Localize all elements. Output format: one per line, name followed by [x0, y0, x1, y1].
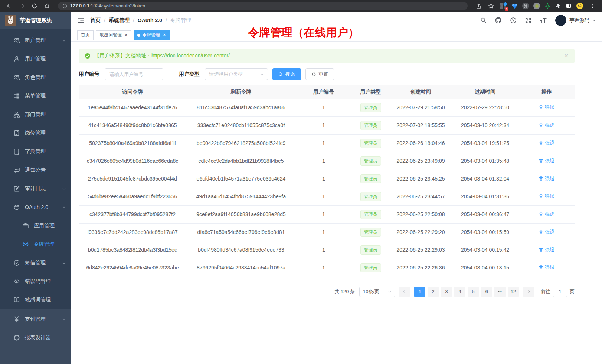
- fullscreen-icon[interactable]: [525, 17, 531, 24]
- doc-link[interactable]: https://doc.iocoder.cn/user-center/: [151, 53, 230, 59]
- refresh-token-cell: 811c530487574fa0af1a59d3abc1aa66: [186, 99, 296, 116]
- sidebar-item-label: 应用管理: [34, 222, 66, 229]
- extensions-puzzle-icon[interactable]: [555, 3, 561, 9]
- tab-close-icon[interactable]: ✕: [163, 33, 166, 37]
- tab-令牌管理[interactable]: 令牌管理✕: [134, 30, 170, 40]
- force-logout-button[interactable]: 强退: [539, 246, 554, 253]
- refresh-token-cell: 333ecfc71e02480cb11055c875c3ca0f: [186, 116, 296, 134]
- search-icon[interactable]: [480, 17, 487, 23]
- site-info-icon[interactable]: [62, 4, 67, 9]
- force-logout-button[interactable]: 强退: [539, 158, 554, 164]
- help-icon[interactable]: [510, 17, 517, 24]
- user-type-badge: 管理员: [360, 228, 381, 237]
- sidebar-item-支付管理[interactable]: 支付管理: [0, 310, 71, 328]
- page-button-4[interactable]: 4: [454, 287, 465, 297]
- user-type-cell: 管理员: [351, 188, 390, 205]
- app-window: 芋道管理系统 租户管理用户管理角色管理菜单管理部门管理岗位管理字典管理通知公告审…: [0, 12, 602, 364]
- split-view-icon[interactable]: [566, 3, 572, 9]
- sidebar-item-通知公告[interactable]: 通知公告: [0, 161, 71, 179]
- post-badge-icon: [13, 130, 20, 136]
- reset-button[interactable]: 重置: [305, 68, 334, 80]
- tab-敏感词管理[interactable]: 敏感词管理✕: [96, 30, 131, 40]
- page-ellipsis[interactable]: •••: [494, 287, 506, 297]
- sidebar-item-敏感词管理[interactable]: 敏感词管理: [0, 291, 71, 309]
- sidebar-item-字典管理[interactable]: 字典管理: [0, 142, 71, 161]
- logo-bar[interactable]: 芋道管理系统: [0, 12, 71, 29]
- table-row: 41c41346a548490f9dc8b01c6bfe0865333ecfc7…: [79, 116, 575, 134]
- force-logout-button[interactable]: 强退: [539, 229, 554, 235]
- extension-green-star-icon[interactable]: [544, 3, 551, 9]
- tab-close-icon[interactable]: ✕: [124, 33, 128, 37]
- browser-menu-kebab-icon[interactable]: [588, 1, 598, 11]
- github-icon[interactable]: [495, 17, 502, 24]
- prev-page-button[interactable]: [399, 287, 410, 297]
- force-logout-button[interactable]: 强退: [539, 175, 554, 182]
- user-icon: [13, 56, 20, 62]
- sidebar-item-角色管理[interactable]: 角色管理: [0, 68, 71, 87]
- address-bar[interactable]: 127.0.0.1:1024/system/oauth2/token: [58, 2, 468, 10]
- extension-badge: 9: [505, 7, 508, 11]
- force-logout-button[interactable]: 强退: [539, 140, 554, 146]
- extension-record-icon[interactable]: [533, 3, 540, 9]
- sidebar-item-错误码管理[interactable]: 错误码管理: [0, 272, 71, 291]
- breadcrumb-item[interactable]: OAuth 2.0: [138, 17, 162, 23]
- browser-home-icon[interactable]: [42, 1, 52, 11]
- profile-emoji-icon[interactable]: [576, 2, 583, 10]
- sidebar-item-短信管理[interactable]: 短信管理: [0, 254, 71, 272]
- force-logout-button[interactable]: 强退: [539, 211, 554, 218]
- sidebar-item-租户管理[interactable]: 租户管理: [0, 31, 71, 50]
- force-logout-button[interactable]: 强退: [539, 264, 554, 271]
- sidebar-item-应用管理[interactable]: 应用管理: [0, 216, 71, 235]
- sidebar-item-部门管理[interactable]: 部门管理: [0, 105, 71, 124]
- force-logout-button[interactable]: 强退: [539, 104, 554, 111]
- breadcrumb-separator: /: [133, 17, 134, 23]
- refresh-token-cell: be90422b8c7946218275a508bf524fc9: [186, 134, 296, 152]
- next-page-button[interactable]: [523, 287, 534, 297]
- user-menu[interactable]: 芋道源码: [555, 15, 596, 26]
- audit-log-icon: [13, 185, 20, 192]
- sidebar-item-菜单管理[interactable]: 菜单管理: [0, 87, 71, 105]
- bookmark-star-icon[interactable]: [486, 1, 496, 11]
- breadcrumb-separator: /: [104, 17, 105, 23]
- page-button-1[interactable]: 1: [414, 287, 425, 297]
- sidebar-item-审计日志[interactable]: 审计日志: [0, 179, 71, 198]
- goto-page-input[interactable]: [553, 287, 567, 297]
- force-logout-button[interactable]: 强退: [539, 193, 554, 200]
- search-form: 用户编号 用户类型 请选择用户类型 搜索 重置: [79, 68, 575, 80]
- access-token-cell: f9336e7c7dd242a283ee98dc86b17a87: [79, 223, 186, 241]
- search-button[interactable]: 搜索: [272, 68, 301, 80]
- breadcrumb-item[interactable]: 系统管理: [109, 17, 130, 24]
- tab-首页[interactable]: 首页: [77, 30, 94, 40]
- browser-back-icon[interactable]: [4, 1, 14, 11]
- share-icon[interactable]: [474, 1, 483, 11]
- sidebar-item-label: 短信管理: [25, 259, 57, 266]
- user-id-input[interactable]: [105, 68, 163, 80]
- page-button-5[interactable]: 5: [468, 287, 479, 297]
- sidebar-item-用户管理[interactable]: 用户管理: [0, 50, 71, 68]
- extension-command-icon[interactable]: [522, 3, 529, 9]
- alert-close-icon[interactable]: ✕: [564, 53, 569, 59]
- page-size-select[interactable]: 10条/页: [359, 287, 395, 297]
- page-button-3[interactable]: 3: [441, 287, 452, 297]
- table-row: 54d6be82ee5a460a9aedc1f9bf22365649d1aa46…: [79, 188, 575, 205]
- breadcrumb-item[interactable]: 首页: [90, 17, 101, 24]
- page-button-2[interactable]: 2: [428, 287, 439, 297]
- user-type-cell: 管理员: [351, 134, 390, 152]
- active-tab-dot: [137, 34, 140, 37]
- sidebar-item-报表设计器[interactable]: 报表设计器: [0, 328, 71, 347]
- page-button-6[interactable]: 6: [481, 287, 492, 297]
- sidebar-item-OAuth 2.0[interactable]: OAuth 2.0: [0, 198, 71, 216]
- table-row: b0d1785bc3a8482f812db4a3f3bd15ecb0df4980…: [79, 241, 575, 259]
- extension-grid-icon[interactable]: 9: [500, 3, 507, 9]
- sidebar-item-岗位管理[interactable]: 岗位管理: [0, 124, 71, 142]
- browser-forward-icon[interactable]: [17, 1, 27, 11]
- browser-reload-icon[interactable]: [30, 1, 39, 11]
- extension-gem-icon[interactable]: [511, 3, 518, 9]
- user-type-select[interactable]: 请选择用户类型: [205, 68, 268, 80]
- font-size-icon[interactable]: [540, 17, 547, 24]
- collapse-sidebar-icon[interactable]: [77, 17, 84, 24]
- tab-label: 令牌管理: [142, 32, 160, 38]
- force-logout-button[interactable]: 强退: [539, 122, 554, 129]
- sidebar-item-令牌管理[interactable]: 令牌管理: [0, 235, 71, 254]
- page-button-12[interactable]: 12: [508, 287, 519, 297]
